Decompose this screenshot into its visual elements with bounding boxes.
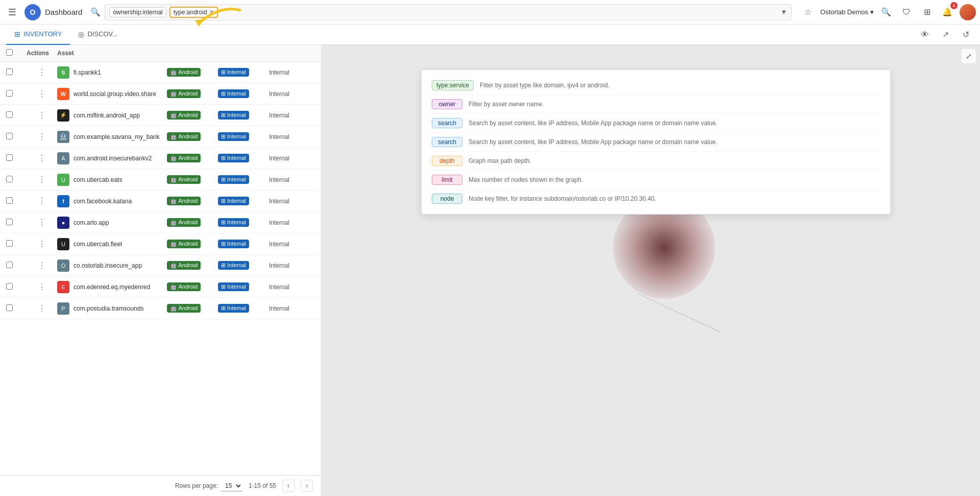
user-menu[interactable]: Ostorlab Demos ▾	[820, 8, 874, 16]
filter-tag-owner[interactable]: owner	[432, 99, 462, 109]
asset-icon: U	[57, 238, 69, 250]
type-badge: 🤖 Android	[167, 89, 201, 98]
asset-name: world.social.group.video.share	[74, 90, 156, 98]
visibility-off-icon[interactable]: 👁	[917, 27, 933, 43]
search-tag-ownership[interactable]: ownership:internal	[109, 7, 166, 17]
row-actions-menu[interactable]: ⋮	[38, 153, 46, 163]
row-checkbox[interactable]	[6, 283, 13, 290]
discovery-value: Internal	[269, 241, 315, 248]
sub-nav: ⊞ INVENTORY ◎ DISCOV... 👁 ↗ ↺	[0, 25, 980, 45]
user-avatar[interactable]	[960, 4, 976, 20]
asset-name: fi.spankk1	[74, 69, 101, 76]
row-checkbox[interactable]	[6, 154, 13, 161]
row-checkbox[interactable]	[6, 197, 13, 204]
filter-tag-limit[interactable]: limit	[432, 175, 462, 185]
row-checkbox[interactable]	[6, 176, 13, 182]
filter-desc-node: Node key filter, for instance subdomain/…	[469, 195, 656, 202]
search-tag-close-icon[interactable]: ✕	[209, 9, 214, 15]
row-actions-menu[interactable]: ⋮	[38, 282, 46, 292]
row-checkbox[interactable]	[6, 133, 13, 139]
rows-per-page: Rows per page: 15 25 50	[175, 481, 242, 491]
notification-icon[interactable]: 🔔 4	[939, 4, 955, 20]
row-checkbox[interactable]	[6, 68, 13, 75]
search-bar: ownership:internal type:android ✕ ▼	[105, 4, 792, 20]
owner-badge: ⊞ Internal	[218, 282, 249, 291]
asset-icon: ⚡	[57, 109, 69, 122]
type-badge: 🤖 Android	[167, 240, 201, 248]
owner-badge: ⊞ Internal	[218, 175, 249, 184]
asset-icon: U	[57, 174, 69, 186]
select-all-checkbox[interactable]	[6, 49, 13, 56]
share-icon[interactable]: ↗	[937, 27, 953, 43]
user-label-text: Ostorlab Demos	[820, 8, 868, 16]
row-checkbox[interactable]	[6, 240, 13, 247]
asset-icon: A	[57, 152, 69, 164]
discovery-value: Internal	[269, 69, 315, 76]
graph-expand-button[interactable]: ⤢	[962, 49, 976, 63]
tab-discovery[interactable]: ◎ DISCOV...	[70, 25, 126, 45]
pagination-prev[interactable]: ‹	[282, 480, 295, 492]
discovery-value: Internal	[269, 198, 315, 205]
th-select-all	[6, 49, 27, 57]
type-badge: 🤖 Android	[167, 197, 201, 205]
owner-badge: ⊞ Internal	[218, 304, 249, 313]
filter-tag-node[interactable]: node	[432, 194, 462, 204]
filter-desc-search: Search by asset content, like IP address…	[469, 120, 717, 127]
menu-icon[interactable]: ☰	[4, 4, 20, 20]
refresh-icon[interactable]: ↺	[958, 27, 974, 43]
type-badge: 🤖 Android	[167, 304, 201, 313]
asset-name: com.postudia.tramsounds	[74, 305, 143, 312]
dropdown-item-node: node Node key filter, for instance subdo…	[430, 190, 882, 208]
pagination-next[interactable]: ›	[301, 480, 313, 492]
row-actions-menu[interactable]: ⋮	[38, 67, 46, 77]
nav-right: ☆ Ostorlab Demos ▾ 🔍 🛡 ⊞ 🔔 4	[800, 4, 976, 20]
rows-per-page-label: Rows per page:	[175, 482, 218, 489]
row-actions-menu[interactable]: ⋮	[38, 196, 46, 206]
filter-tag-depth[interactable]: depth	[432, 156, 462, 166]
table-row: ⋮ S fi.spankk1 🤖 Android ⊞ Internal Inte…	[0, 62, 321, 83]
asset-icon: P	[57, 302, 69, 315]
row-actions-menu[interactable]: ⋮	[38, 239, 46, 249]
row-checkbox[interactable]	[6, 262, 13, 268]
row-actions-menu[interactable]: ⋮	[38, 175, 46, 184]
discovery-value: Internal	[269, 133, 315, 140]
filter-tag-type[interactable]: type:service	[432, 80, 474, 90]
row-checkbox[interactable]	[6, 90, 13, 97]
row-actions-menu[interactable]: ⋮	[38, 89, 46, 99]
search-dropdown-icon[interactable]: ▼	[780, 8, 787, 16]
row-actions-menu[interactable]: ⋮	[38, 261, 46, 270]
search-tag-type-android[interactable]: type:android ✕	[169, 7, 218, 18]
nav-search-icon[interactable]: 🔍	[90, 7, 101, 17]
asset-name: com.example.savana_my_bank	[74, 133, 160, 140]
row-actions-menu[interactable]: ⋮	[38, 218, 46, 227]
grid-icon[interactable]: ⊞	[919, 4, 935, 20]
nav-title: Dashboard	[45, 8, 82, 16]
row-actions-menu[interactable]: ⋮	[38, 110, 46, 120]
table-row: ⋮ U com.ubercab.fleet 🤖 Android ⊞ Intern…	[0, 233, 321, 255]
row-checkbox[interactable]	[6, 304, 13, 311]
row-checkbox[interactable]	[6, 219, 13, 225]
table-row: ⋮ ● com.arlo.app 🤖 Android ⊞ Internal In…	[0, 212, 321, 233]
discovery-value: Internal	[269, 112, 315, 119]
search-icon[interactable]: 🔍	[878, 4, 894, 20]
discovery-value: Internal	[269, 90, 315, 98]
tab-inventory[interactable]: ⊞ INVENTORY	[6, 25, 70, 45]
star-icon[interactable]: ☆	[800, 4, 816, 20]
asset-name: com.miflink.android_app	[74, 112, 140, 119]
filter-desc-type: Filter by asset type like domain, ipv4 o…	[480, 82, 609, 89]
row-actions-menu[interactable]: ⋮	[38, 132, 46, 141]
shield-icon[interactable]: 🛡	[898, 4, 915, 20]
inventory-tab-label: INVENTORY	[23, 30, 62, 38]
row-actions-menu[interactable]: ⋮	[38, 303, 46, 313]
row-checkbox[interactable]	[6, 111, 13, 118]
asset-name: com.ubercab.fleet	[74, 241, 122, 248]
filter-tag-search[interactable]: search	[432, 118, 462, 128]
dropdown-item-type: type:service Filter by asset type like d…	[430, 76, 882, 95]
type-badge: 🤖 Android	[167, 132, 201, 141]
inventory-tab-icon: ⊞	[14, 30, 20, 38]
dropdown-item-limit: limit Max number of nodes shown in the g…	[430, 171, 882, 190]
filter-tag-search2[interactable]: search	[432, 137, 462, 147]
pagination: Rows per page: 15 25 50 1-15 of 55 ‹ ›	[0, 475, 321, 496]
filter-dropdown: type:service Filter by asset type like d…	[421, 69, 891, 215]
rows-per-page-select[interactable]: 15 25 50	[221, 481, 242, 491]
